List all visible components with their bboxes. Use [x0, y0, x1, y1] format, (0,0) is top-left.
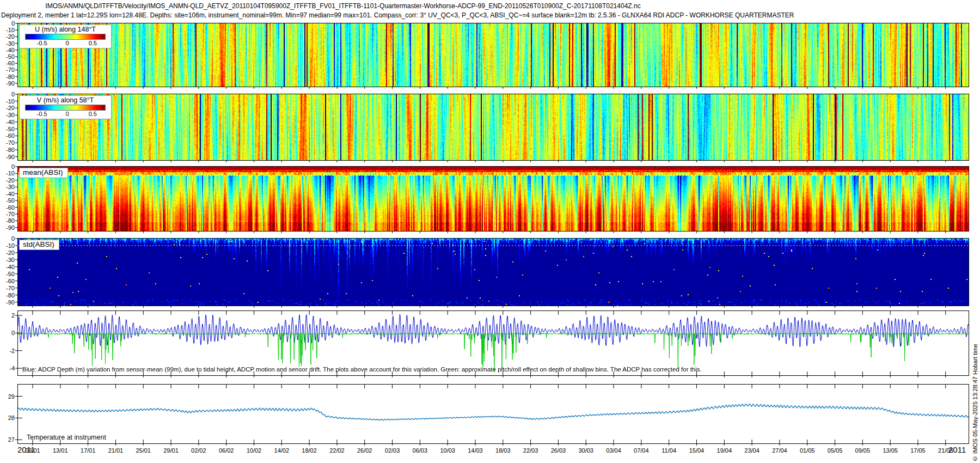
y-tick-label: -20 [6, 105, 15, 111]
temperature-plot [18, 385, 969, 443]
u-y-axis-labels: 0-10-20-30-40-50-60-70-80-90 [0, 23, 16, 87]
v-colorbar-ticks: -0.5 0 0.5 [25, 111, 106, 118]
y-tick-label: -50 [6, 197, 15, 204]
y-tick-label: -90 [6, 154, 15, 160]
x-tick-label: 15/04 [689, 447, 705, 454]
y-tick-label: -2 [9, 348, 15, 354]
y-tick-label: -10 [6, 27, 15, 33]
y-tick-label: -10 [6, 170, 15, 176]
y-tick-label: 0 [11, 91, 15, 98]
y-tick-label: -20 [6, 33, 15, 40]
depth-variation-y-axis-labels: 20-2-4 [0, 311, 16, 375]
x-tick-label: 17/05 [910, 447, 926, 454]
depth-variation-annotation: Blue: ADCP Depth (m) variation from sens… [22, 366, 702, 373]
y-tick-label: -30 [6, 257, 15, 263]
x-tick-label: 06/03 [413, 447, 428, 454]
v-y-axis-labels: 0-10-20-30-40-50-60-70-80-90 [0, 94, 16, 160]
x-tick-label: 02/02 [191, 447, 206, 454]
x-tick-label: 22/03 [523, 447, 538, 454]
x-tick-label: 19/04 [717, 447, 732, 454]
mean-absi-y-axis-labels: 0-10-20-30-40-50-60-70-80-90 [0, 167, 16, 231]
x-axis-date-labels: 09/0113/0117/0121/0125/0129/0102/0206/02… [17, 446, 969, 456]
y-tick-label: -80 [6, 147, 15, 153]
x-tick-label: 10/03 [440, 447, 455, 454]
y-tick-label: 27 [8, 436, 15, 443]
y-tick-label: -10 [6, 242, 15, 249]
std-absi-y-axis-labels: 0-10-20-30-40-50-60-70-80-90 [0, 239, 16, 306]
y-tick-label: -40 [6, 264, 15, 270]
x-tick-label: 14/02 [274, 447, 290, 454]
figure-title: IMOS/ANMN/QLD/ITFFTB/Velocity/IMOS_ANMN-… [0, 2, 686, 10]
y-tick-label: -80 [6, 74, 15, 80]
y-tick-label: -60 [6, 60, 15, 66]
y-tick-label: -50 [6, 53, 15, 60]
y-tick-label: -40 [6, 47, 15, 53]
figure-subtitle: Deployment 2, member 1 lat=12.29S lon=12… [1, 11, 794, 19]
y-tick-label: -20 [6, 249, 15, 256]
u-colorbar-ticks: -0.5 0 0.5 [25, 40, 106, 47]
mean-absi-label: mean(ABSI) [19, 168, 68, 178]
y-tick-label: -60 [6, 132, 15, 139]
y-tick-label: -80 [6, 217, 15, 224]
y-tick-label: -70 [6, 211, 15, 217]
u-colorbar-legend: U (m/s) along 148°T -0.5 0 0.5 [19, 25, 112, 48]
y-tick-label: -40 [6, 119, 15, 125]
x-tick-label: 26/03 [551, 447, 566, 454]
x-tick-label: 30/03 [578, 447, 593, 454]
x-tick-label: 25/01 [136, 447, 151, 454]
mean-absi-heatmap [18, 167, 969, 231]
y-tick-label: -70 [6, 139, 15, 146]
depth-variation-panel: Blue: ADCP Depth (m) variation from sens… [17, 310, 969, 376]
colorbar-tick-label: -0.5 [37, 40, 47, 46]
y-tick-label: -30 [6, 112, 15, 118]
y-tick-label: 0 [11, 235, 15, 242]
x-tick-label: 06/02 [219, 447, 234, 454]
y-tick-label: -90 [6, 299, 15, 306]
x-tick-label: 18/02 [302, 447, 317, 454]
std-absi-panel: std(ABSI) 0-10-20-30-40-50-60-70-80-90 [17, 238, 969, 306]
u-velocity-panel: U (m/s) along 148°T -0.5 0 0.5 0-10-20-3… [17, 23, 969, 87]
temperature-caption: Temperature at instrument [27, 434, 106, 441]
adcp-summary-figure: IMOS/ANMN/QLD/ITFFTB/Velocity/IMOS_ANMN-… [0, 0, 980, 463]
y-tick-label: -20 [6, 177, 15, 184]
y-tick-label: 28 [8, 415, 15, 421]
u-velocity-heatmap [18, 23, 969, 87]
y-tick-label: 29 [8, 393, 15, 400]
colorbar-tick-label: 0.5 [89, 40, 97, 46]
x-tick-label: 07/04 [634, 447, 649, 454]
x-tick-label: 14/03 [468, 447, 483, 454]
u-colorbar-gradient [25, 34, 106, 40]
v-colorbar-legend: V (m/s) along 58°T -0.5 0 0.5 [19, 95, 112, 119]
v-velocity-panel: V (m/s) along 58°T -0.5 0 0.5 0-10-20-30… [17, 94, 969, 161]
y-tick-label: 0 [11, 330, 15, 336]
std-absi-label: std(ABSI) [19, 240, 59, 250]
colorbar-tick-label: -0.5 [37, 111, 47, 117]
x-tick-label: 01/05 [800, 447, 815, 454]
x-axis-year-left: 2011 [17, 445, 35, 454]
y-tick-label: 0 [11, 163, 15, 170]
y-tick-label: -80 [6, 292, 15, 298]
v-colorbar-gradient [25, 105, 106, 111]
x-tick-label: 27/04 [772, 447, 787, 454]
y-tick-label: -60 [6, 204, 15, 211]
y-tick-label: -90 [6, 224, 15, 231]
x-tick-label: 18/03 [495, 447, 511, 454]
y-tick-label: -90 [6, 80, 15, 87]
y-tick-label: -70 [6, 66, 15, 73]
y-tick-label: 0 [11, 20, 15, 27]
y-tick-label: -60 [6, 278, 15, 284]
colorbar-tick-label: 0 [66, 111, 69, 117]
x-tick-label: 03/04 [606, 447, 621, 454]
x-tick-label: 11/04 [661, 447, 676, 454]
v-legend-title: V (m/s) along 58°T [20, 96, 111, 104]
y-tick-label: -70 [6, 285, 15, 291]
x-axis-year-right: 2011 [948, 445, 966, 454]
x-tick-label: 23/04 [744, 447, 759, 454]
v-velocity-heatmap [18, 94, 969, 160]
x-tick-label: 13/01 [53, 447, 68, 454]
y-tick-label: -50 [6, 126, 15, 132]
y-tick-label: -50 [6, 271, 15, 277]
imos-watermark: © IMOS 05-May-2025 13:28:47 Hobart time [971, 0, 979, 462]
x-tick-label: 02/03 [385, 447, 400, 454]
x-tick-label: 21/01 [108, 447, 124, 454]
